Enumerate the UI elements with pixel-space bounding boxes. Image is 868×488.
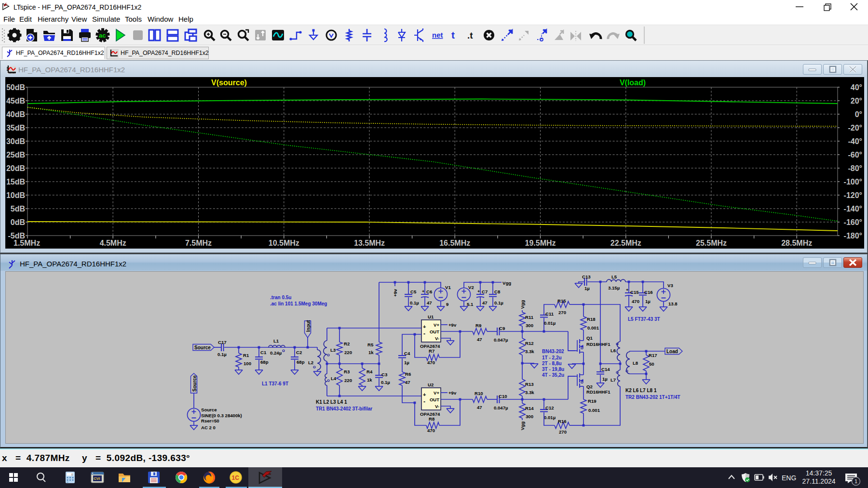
svg-text:300: 300 xyxy=(526,414,533,419)
svg-text:1T - 2,2u: 1T - 2,2u xyxy=(542,355,562,360)
svg-text:.ac lin 101 1.5Meg 30Meg: .ac lin 101 1.5Meg 30Meg xyxy=(270,301,327,306)
svg-text:OUT: OUT xyxy=(430,397,439,402)
svg-text:1k: 1k xyxy=(368,350,374,355)
svg-text:+9v: +9v xyxy=(393,289,398,297)
svg-text:C10: C10 xyxy=(499,394,507,399)
svg-text:R4: R4 xyxy=(366,369,373,374)
svg-text:R11: R11 xyxy=(525,315,534,320)
svg-text:30dB: 30dB xyxy=(6,137,25,145)
svg-text:3T - 19,8u: 3T - 19,8u xyxy=(542,367,564,372)
svg-text:50: 50 xyxy=(649,361,654,367)
svg-text:V3: V3 xyxy=(667,283,673,288)
svg-text:25dB: 25dB xyxy=(6,151,25,159)
svg-text:-100°: -100° xyxy=(844,178,862,186)
svg-text:Source: Source xyxy=(192,375,197,392)
svg-text:L5 FT37-43 3T: L5 FT37-43 3T xyxy=(628,317,660,322)
svg-text:1µ: 1µ xyxy=(584,286,590,291)
svg-text:300: 300 xyxy=(526,323,533,328)
svg-text:1: 1 xyxy=(854,478,857,484)
svg-text:C6: C6 xyxy=(426,289,432,294)
svg-text:Vgg: Vgg xyxy=(520,300,525,309)
svg-text:19.5MHz: 19.5MHz xyxy=(525,239,556,247)
svg-text:1k: 1k xyxy=(367,377,372,382)
svg-text:V(source): V(source) xyxy=(211,79,247,87)
svg-text:47: 47 xyxy=(427,300,432,305)
svg-text:13.5MHz: 13.5MHz xyxy=(354,239,385,247)
svg-text:270: 270 xyxy=(559,429,567,435)
svg-text:220: 220 xyxy=(344,378,352,383)
svg-text:470: 470 xyxy=(632,299,639,304)
svg-text:1µ: 1µ xyxy=(645,299,651,304)
svg-text:ac: ac xyxy=(99,32,106,39)
svg-text:0°: 0° xyxy=(855,110,862,119)
svg-text:R15: R15 xyxy=(557,298,566,303)
svg-text:4.5MHz: 4.5MHz xyxy=(100,239,126,247)
svg-text:1µ: 1µ xyxy=(404,360,409,365)
svg-text:50dB: 50dB xyxy=(6,83,25,92)
svg-text:-120°: -120° xyxy=(844,191,862,199)
svg-text:28.5MHz: 28.5MHz xyxy=(781,239,812,247)
svg-text:C7: C7 xyxy=(482,289,488,294)
svg-text:-60°: -60° xyxy=(848,151,862,159)
svg-text:3.3k: 3.3k xyxy=(525,390,534,395)
svg-text:470: 470 xyxy=(427,428,435,433)
svg-text:45dB: 45dB xyxy=(6,97,25,105)
svg-text:68p: 68p xyxy=(260,359,269,365)
svg-text:7.5MHz: 7.5MHz xyxy=(185,239,212,247)
svg-text:0.24µ: 0.24µ xyxy=(270,350,282,356)
svg-text:RD16HHF1: RD16HHF1 xyxy=(586,342,610,347)
svg-text:R1: R1 xyxy=(243,353,249,358)
svg-text:27.11.2024: 27.11.2024 xyxy=(802,477,835,485)
svg-text:0.001: 0.001 xyxy=(588,408,600,413)
svg-text:L4: L4 xyxy=(331,376,337,381)
svg-text:+: + xyxy=(423,392,426,397)
svg-text:+9v: +9v xyxy=(448,322,457,328)
svg-text:+9v: +9v xyxy=(448,390,457,396)
svg-text:0.001: 0.001 xyxy=(587,325,599,330)
svg-text:C3: C3 xyxy=(381,372,387,377)
svg-text:L1: L1 xyxy=(273,338,279,343)
svg-text:40dB: 40dB xyxy=(6,110,25,119)
svg-text:Q2: Q2 xyxy=(586,384,593,389)
svg-text:1.5MHz: 1.5MHz xyxy=(14,239,40,247)
svg-text:35dB: 35dB xyxy=(6,124,25,132)
svg-text:Source: Source xyxy=(201,407,217,412)
svg-text:C5: C5 xyxy=(410,289,417,294)
svg-text:Vgg: Vgg xyxy=(502,280,511,286)
svg-text:0.01µ: 0.01µ xyxy=(544,415,556,420)
svg-text:R3: R3 xyxy=(344,369,350,374)
svg-text:TR2 BN43-202 1T+1T/4T: TR2 BN43-202 1T+1T/4T xyxy=(625,395,680,400)
svg-text:13.8: 13.8 xyxy=(668,301,678,306)
svg-text:0.1µ: 0.1µ xyxy=(494,300,503,305)
svg-text:TR1 BN43-2402 3T-bifilar: TR1 BN43-2402 3T-bifilar xyxy=(316,406,372,411)
svg-text:V(load): V(load) xyxy=(620,79,646,87)
svg-text:C9: C9 xyxy=(499,326,505,331)
svg-text:V+: V+ xyxy=(434,322,439,328)
svg-text:K1 L2 L3 L4 1: K1 L2 L3 L4 1 xyxy=(316,399,347,405)
svg-text:L2: L2 xyxy=(308,360,313,365)
svg-text:20°: 20° xyxy=(851,97,862,105)
svg-text:40°: 40° xyxy=(851,83,862,92)
svg-text:V+: V+ xyxy=(434,390,439,396)
svg-text:-80°: -80° xyxy=(848,164,862,172)
svg-text:+: + xyxy=(477,289,480,294)
svg-text:14:37:25: 14:37:25 xyxy=(806,469,832,477)
svg-text:R5: R5 xyxy=(367,342,374,347)
svg-text:4T - 35,2u: 4T - 35,2u xyxy=(542,372,564,378)
svg-text:L5: L5 xyxy=(611,274,617,279)
svg-text:Vgg: Vgg xyxy=(520,422,525,430)
svg-text:Load: Load xyxy=(666,349,678,354)
svg-text:C14: C14 xyxy=(601,367,610,372)
svg-text:C17: C17 xyxy=(218,340,227,345)
svg-text:C12: C12 xyxy=(545,405,554,410)
svg-text:C2: C2 xyxy=(296,350,302,355)
svg-text:C16: C16 xyxy=(644,290,653,295)
svg-text:0.1µ: 0.1µ xyxy=(410,300,419,305)
svg-text:R6: R6 xyxy=(405,371,411,377)
svg-text:C15: C15 xyxy=(630,290,639,295)
svg-text:R17: R17 xyxy=(649,353,657,358)
svg-text:-40°: -40° xyxy=(848,137,862,145)
svg-text:.t: .t xyxy=(467,30,473,40)
svg-text:C13: C13 xyxy=(582,274,591,279)
svg-text:L1 T37-6 9T: L1 T37-6 9T xyxy=(262,381,288,386)
